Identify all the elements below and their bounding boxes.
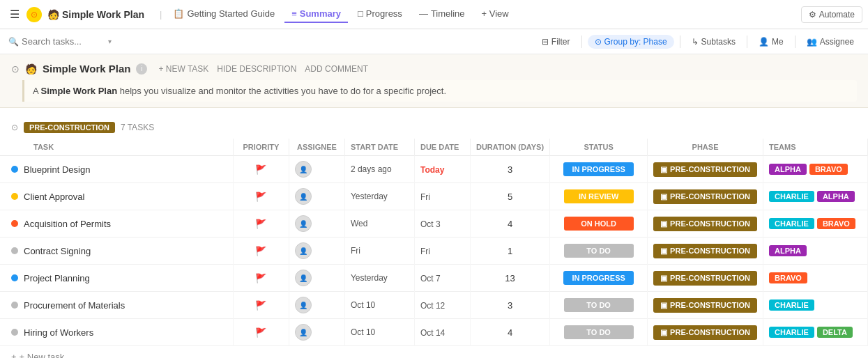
project-header: ⊙ 🧑 Simple Work Plan i + NEW TASK HIDE D… (0, 54, 868, 108)
assignee-cell[interactable]: 👤 (289, 292, 344, 319)
assignee-cell[interactable]: 👤 (289, 265, 344, 292)
avatar: 👤 (295, 242, 312, 259)
due-date-cell: Oct 7 (414, 265, 470, 292)
priority-cell[interactable]: 🚩 (233, 156, 289, 183)
group-header[interactable]: ⊙ PRE-CONSTRUCTION 7 TASKS (0, 116, 868, 139)
toolbar-divider-4 (795, 36, 795, 48)
top-nav: ☰ ⊙ 🧑 Simple Work Plan | 📋 Getting Start… (0, 0, 868, 29)
team-badge-alpha: ALPHA (769, 164, 807, 175)
project-info-icon[interactable]: i (136, 63, 147, 75)
priority-flag: 🚩 (255, 300, 266, 311)
task-name-cell[interactable]: Acquisition of Permits (0, 210, 233, 238)
automate-button[interactable]: ⚙ Automate (801, 6, 862, 23)
due-date-cell: Oct 14 (414, 319, 470, 346)
task-name-cell[interactable]: Blueprint Design (0, 156, 233, 183)
phase-cell: ▣ PRE-CONSTRUCTION (648, 210, 763, 238)
hamburger-menu[interactable]: ☰ (6, 5, 24, 24)
task-status-dot (11, 329, 18, 336)
priority-cell[interactable]: 🚩 (233, 292, 289, 319)
team-badge-alpha: ALPHA (817, 191, 855, 202)
tab-summary[interactable]: ≡ Summary (284, 6, 348, 23)
assignee-cell[interactable]: 👤 (289, 238, 344, 265)
tab-progress[interactable]: □ Progress (351, 6, 409, 23)
teams-cell: CHARLIEALPHA (763, 183, 868, 210)
search-dropdown-icon[interactable]: ▾ (108, 38, 112, 45)
phase-badge: ▣ PRE-CONSTRUCTION (653, 325, 757, 340)
priority-cell[interactable]: 🚩 (233, 210, 289, 238)
search-input[interactable] (22, 36, 105, 47)
due-date-cell: Oct 3 (414, 210, 470, 238)
table-row[interactable]: Hiring of Workers 🚩 👤 Oct 10 Oct 14 4 TO… (0, 319, 868, 346)
phase-icon: ▣ (660, 165, 667, 174)
subtasks-button[interactable]: ↳ Subtasks (686, 35, 741, 49)
project-collapse-button[interactable]: ⊙ (11, 63, 20, 75)
avatar: 👤 (295, 161, 312, 178)
task-name: Client Approval (24, 192, 84, 202)
duration-cell: 1 (470, 238, 549, 265)
filter-button[interactable]: ⊟ Filter (536, 35, 576, 49)
add-task-button[interactable]: + + New task (0, 346, 868, 358)
task-name-cell[interactable]: Procurement of Materials (0, 292, 233, 319)
timeline-icon: — (419, 8, 428, 19)
table-row[interactable]: Acquisition of Permits 🚩 👤 Wed Oct 3 4 O… (0, 210, 868, 238)
search-bar: 🔍 ▾ ⊟ Filter ⊙ Group by: Phase ↳ Subtask… (0, 29, 868, 54)
add-comment-action[interactable]: ADD COMMENT (305, 64, 368, 74)
task-status-dot (11, 193, 18, 200)
main-content: ⊙ 🧑 Simple Work Plan i + NEW TASK HIDE D… (0, 54, 868, 358)
group-by-button[interactable]: ⊙ Group by: Phase (588, 35, 674, 49)
tab-add-view[interactable]: + View (475, 6, 516, 23)
task-name: Blueprint Design (24, 164, 90, 175)
task-name-cell[interactable]: Project Planning (0, 265, 233, 292)
avatar: 👤 (295, 188, 312, 205)
getting-started-icon: 📋 (173, 8, 184, 19)
me-button[interactable]: 👤 Me (753, 35, 789, 49)
table-row[interactable]: Blueprint Design 🚩 👤 2 days ago Today 3 … (0, 156, 868, 183)
table-section: ⊙ PRE-CONSTRUCTION 7 TASKS TASK PRIORITY… (0, 116, 868, 358)
col-header-priority: PRIORITY (233, 139, 289, 156)
status-badge: TO DO (564, 298, 634, 312)
duration-cell: 4 (470, 319, 549, 346)
me-icon: 👤 (759, 37, 769, 47)
toolbar-divider (581, 36, 582, 48)
teams-cell: BRAVO (763, 265, 868, 292)
col-header-duration: DURATION (DAYS) (470, 139, 549, 156)
phase-badge: ▣ PRE-CONSTRUCTION (653, 271, 757, 286)
group-collapse-icon[interactable]: ⊙ (11, 123, 18, 132)
task-name-cell[interactable]: Contract Signing (0, 238, 233, 265)
duration-cell: 13 (470, 265, 549, 292)
status-badge: ON HOLD (564, 217, 634, 231)
table-row[interactable]: Project Planning 🚩 👤 Yesterday Oct 7 13 … (0, 265, 868, 292)
team-badge-alpha: ALPHA (769, 245, 807, 256)
priority-cell[interactable]: 🚩 (233, 238, 289, 265)
duration-cell: 4 (470, 210, 549, 238)
tab-getting-started[interactable]: 📋 Getting Started Guide (166, 6, 282, 23)
table-row[interactable]: Procurement of Materials 🚩 👤 Oct 10 Oct … (0, 292, 868, 319)
priority-cell[interactable]: 🚩 (233, 265, 289, 292)
group-count: 7 TASKS (121, 123, 154, 132)
project-name: Simple Work Plan (43, 63, 130, 75)
task-name-cell[interactable]: Hiring of Workers (0, 319, 233, 346)
team-badge-bravo: BRAVO (809, 164, 848, 175)
priority-cell[interactable]: 🚩 (233, 183, 289, 210)
phase-badge: ▣ PRE-CONSTRUCTION (653, 189, 757, 204)
tab-timeline[interactable]: — Timeline (412, 6, 472, 23)
duration-cell: 3 (470, 292, 549, 319)
assignee-cell[interactable]: 👤 (289, 156, 344, 183)
assignee-cell[interactable]: 👤 (289, 183, 344, 210)
priority-cell[interactable]: 🚩 (233, 319, 289, 346)
duration-cell: 3 (470, 156, 549, 183)
table-row[interactable]: Contract Signing 🚩 👤 Fri Fri 1 TO DO ▣ P… (0, 238, 868, 265)
hide-description-action[interactable]: HIDE DESCRIPTION (217, 64, 296, 74)
team-badge-bravo: BRAVO (817, 218, 855, 229)
phase-icon: ▣ (660, 274, 667, 283)
assignee-button[interactable]: 👥 Assignee (801, 35, 860, 49)
group-badge: PRE-CONSTRUCTION (24, 122, 115, 133)
task-name-cell[interactable]: Client Approval (0, 183, 233, 210)
tasks-table: TASK PRIORITY ASSIGNEE START DATE DUE DA… (0, 139, 868, 346)
new-task-action[interactable]: + NEW TASK (158, 64, 208, 74)
assignee-cell[interactable]: 👤 (289, 319, 344, 346)
col-header-status: STATUS (550, 139, 648, 156)
task-status-dot (11, 302, 18, 309)
table-row[interactable]: Client Approval 🚩 👤 Yesterday Fri 5 IN R… (0, 183, 868, 210)
assignee-cell[interactable]: 👤 (289, 210, 344, 238)
